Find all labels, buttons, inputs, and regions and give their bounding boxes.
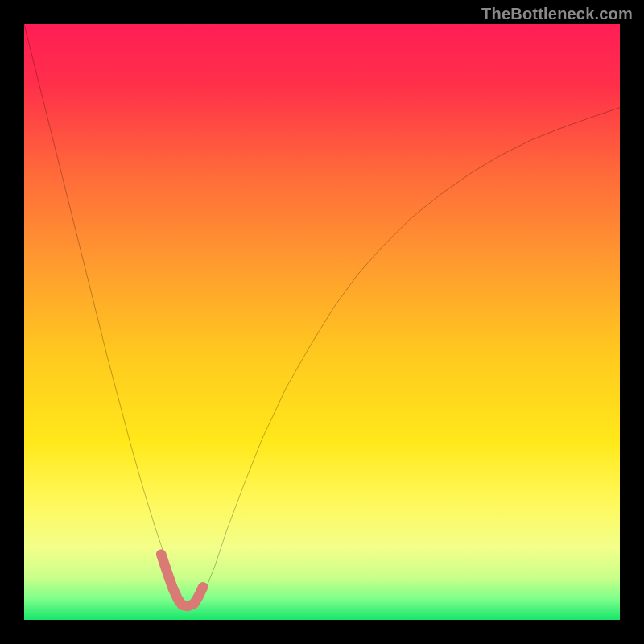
watermark-text: TheBottleneck.com — [481, 5, 633, 23]
plot-area — [24, 24, 620, 620]
valley-highlight — [161, 555, 203, 606]
bottleneck-curve — [24, 24, 620, 608]
chart-frame: TheBottleneck.com — [0, 0, 644, 644]
curves-layer — [24, 24, 620, 620]
